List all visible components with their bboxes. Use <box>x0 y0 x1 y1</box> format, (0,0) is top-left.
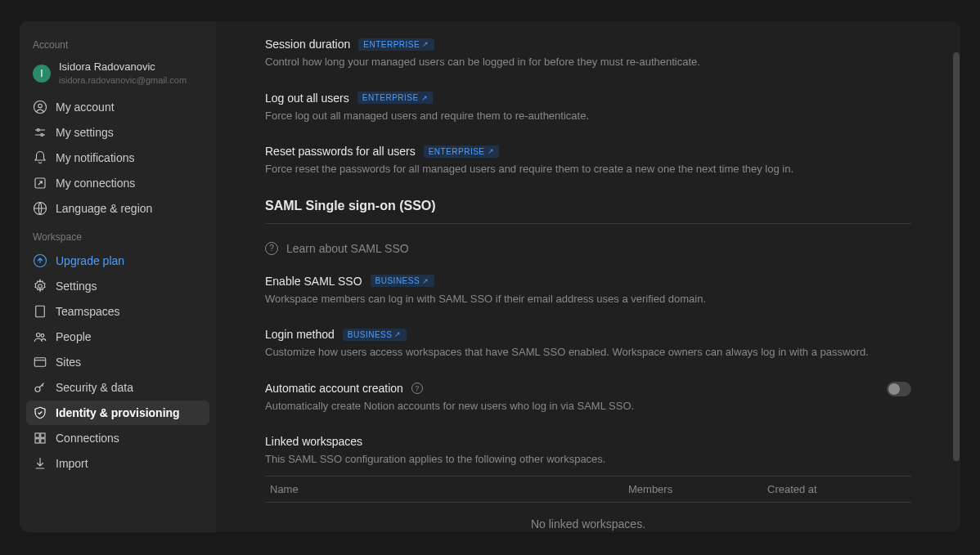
setting-desc: This SAML SSO configuration applies to t… <box>265 451 911 468</box>
svg-point-1 <box>38 104 43 108</box>
info-icon[interactable]: ? <box>411 383 423 394</box>
user-name: Isidora Radovanovic <box>59 60 187 74</box>
svg-point-17 <box>37 333 41 338</box>
enterprise-badge[interactable]: ENTERPRISE ↗ <box>424 145 499 158</box>
table-header-created: Created at <box>767 483 906 495</box>
table-empty-state: No linked workspaces. <box>265 503 911 533</box>
sidebar-item-security-data[interactable]: Security & data <box>26 375 209 400</box>
setting-desc: Force reset the passwords for all manage… <box>265 161 911 177</box>
browser-icon <box>33 355 47 369</box>
external-link-icon: ↗ <box>394 330 402 338</box>
setting-enable-saml: Enable SAML SSO BUSINESS ↗ Workspace mem… <box>265 275 911 307</box>
setting-title: Enable SAML SSO <box>265 275 362 288</box>
grid-icon <box>33 431 47 445</box>
sidebar-item-my-settings[interactable]: My settings <box>26 120 209 145</box>
sidebar-item-my-notifications[interactable]: My notifications <box>26 145 209 170</box>
svg-rect-24 <box>35 439 39 443</box>
sidebar-item-label: Language & region <box>56 202 152 215</box>
sidebar-item-label: My notifications <box>56 151 134 164</box>
setting-linked-workspaces: Linked workspaces This SAML SSO configur… <box>265 435 911 532</box>
sidebar: Account I Isidora Radovanovic isidora.ra… <box>20 21 216 532</box>
people-icon <box>33 329 47 344</box>
sidebar-item-my-connections[interactable]: My connections <box>26 171 209 195</box>
help-icon: ? <box>265 242 278 255</box>
sidebar-item-my-account[interactable]: My account <box>26 95 209 119</box>
sidebar-item-settings[interactable]: Settings <box>26 274 209 298</box>
learn-saml-link[interactable]: ? Learn about SAML SSO <box>265 242 911 255</box>
sidebar-item-upgrade-plan[interactable]: Upgrade plan <box>26 248 209 273</box>
sidebar-item-identity-provisioning[interactable]: Identity & provisioning <box>26 401 209 425</box>
sidebar-item-label: Connections <box>56 432 119 445</box>
sidebar-item-label: Sites <box>56 356 81 369</box>
avatar: I <box>33 65 51 83</box>
svg-point-21 <box>35 387 40 392</box>
sidebar-item-people[interactable]: People <box>26 324 209 349</box>
sidebar-item-label: Settings <box>56 280 97 293</box>
setting-title: Reset passwords for all users <box>265 145 416 158</box>
sidebar-item-label: My settings <box>56 126 114 139</box>
scrollbar[interactable] <box>953 52 960 461</box>
svg-rect-25 <box>41 439 45 443</box>
user-info: Isidora Radovanovic isidora.radovanovic@… <box>59 60 187 86</box>
sidebar-item-teamspaces[interactable]: Teamspaces <box>26 299 209 324</box>
sidebar-item-sites[interactable]: Sites <box>26 350 209 374</box>
upgrade-icon <box>33 253 47 268</box>
download-icon <box>33 456 47 471</box>
user-circle-icon <box>33 100 47 114</box>
external-link-icon: ↗ <box>422 40 429 48</box>
sidebar-item-language-region[interactable]: Language & region <box>26 196 209 221</box>
user-email: isidora.radovanovic@gmail.com <box>59 74 187 86</box>
setting-title: Linked workspaces <box>265 435 362 448</box>
setting-title: Login method <box>265 328 335 341</box>
svg-rect-23 <box>41 433 45 437</box>
setting-reset-passwords: Reset passwords for all users ENTERPRISE… <box>265 145 911 177</box>
enterprise-badge[interactable]: ENTERPRISE ↗ <box>358 38 434 51</box>
bell-icon <box>33 150 47 165</box>
svg-rect-10 <box>36 306 45 317</box>
table-header: Name Members Created at <box>265 476 911 503</box>
svg-rect-22 <box>35 433 39 437</box>
setting-login-method: Login method BUSINESS ↗ Customize how us… <box>265 328 911 360</box>
setting-logout-all: Log out all users ENTERPRISE ↗ Force log… <box>265 92 911 124</box>
svg-point-18 <box>41 334 44 338</box>
content-area: Session duration ENTERPRISE ↗ Control ho… <box>216 21 960 532</box>
gear-icon <box>33 279 47 293</box>
sidebar-item-label: Identity & provisioning <box>56 406 180 419</box>
sidebar-item-label: Security & data <box>56 381 133 394</box>
user-block[interactable]: I Isidora Radovanovic isidora.radovanovi… <box>26 56 209 94</box>
section-label-account: Account <box>26 29 209 56</box>
setting-desc: Force log out all managed users and requ… <box>265 108 911 124</box>
arrow-up-right-box-icon <box>33 176 47 190</box>
external-link-icon: ↗ <box>488 147 495 155</box>
sidebar-item-connections[interactable]: Connections <box>26 426 209 450</box>
svg-point-0 <box>34 101 47 114</box>
svg-rect-19 <box>34 358 46 367</box>
svg-point-9 <box>38 284 43 289</box>
business-badge[interactable]: BUSINESS ↗ <box>371 275 434 287</box>
linked-workspaces-table: Name Members Created at No linked worksp… <box>265 476 911 533</box>
learn-link-label: Learn about SAML SSO <box>286 242 409 255</box>
enterprise-badge[interactable]: ENTERPRISE ↗ <box>357 92 433 104</box>
auto-account-toggle[interactable] <box>887 382 911 396</box>
sidebar-item-label: Import <box>56 457 88 470</box>
building-icon <box>33 304 47 319</box>
sidebar-item-label: My connections <box>56 177 135 190</box>
sidebar-item-import[interactable]: Import <box>26 451 209 476</box>
external-link-icon: ↗ <box>422 277 429 285</box>
sidebar-item-label: My account <box>56 101 115 114</box>
key-icon <box>33 380 47 395</box>
setting-auto-account: Automatic account creation ? Automatical… <box>265 382 911 414</box>
table-header-members: Members <box>628 483 767 495</box>
business-badge[interactable]: BUSINESS ↗ <box>343 329 407 341</box>
setting-session-duration: Session duration ENTERPRISE ↗ Control ho… <box>265 38 911 70</box>
globe-icon <box>33 201 47 216</box>
setting-title: Log out all users <box>265 92 349 105</box>
settings-modal: Account I Isidora Radovanovic isidora.ra… <box>20 21 960 532</box>
shield-check-icon <box>33 405 47 420</box>
setting-desc: Workspace members can log in with SAML S… <box>265 291 911 307</box>
table-header-name: Name <box>270 483 628 495</box>
section-label-workspace: Workspace <box>26 222 209 248</box>
sidebar-item-label: Teamspaces <box>56 305 120 318</box>
external-link-icon: ↗ <box>421 94 429 102</box>
setting-title: Session duration <box>265 38 350 51</box>
